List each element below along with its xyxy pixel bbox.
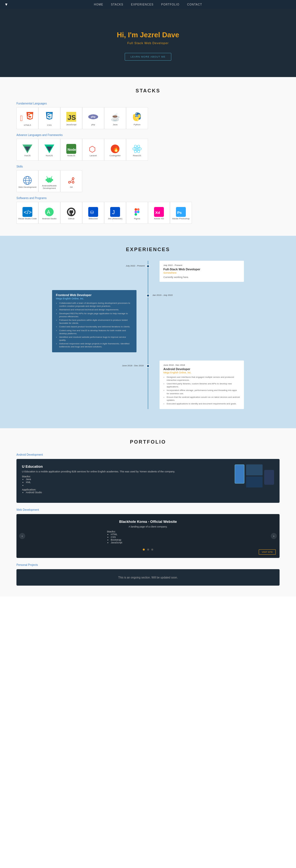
visit-site-button[interactable]: VISIT SITE bbox=[259, 550, 276, 555]
svg-rect-29 bbox=[50, 181, 51, 183]
carousel-dots bbox=[22, 547, 274, 552]
carousel-prev-button[interactable]: ‹ bbox=[19, 533, 25, 539]
portfolio-category-personal: Personal Projects bbox=[17, 563, 279, 566]
svg-rect-26 bbox=[46, 179, 47, 181]
timeline-company-frontend: Mega English Online, Inc. bbox=[56, 297, 133, 300]
stack-adobexd-label: Adobe XD bbox=[154, 217, 164, 220]
stack-grid-skills: Web Development Android/Mobile Developme… bbox=[17, 170, 279, 192]
svg-point-6 bbox=[137, 119, 138, 120]
portfolio-ueducation-content: U Education U Education is a mobile appl… bbox=[22, 464, 229, 497]
nav-contact[interactable]: CONTACT bbox=[187, 3, 202, 6]
svg-text:⬡: ⬡ bbox=[89, 145, 96, 154]
timeline-item-frontend: Frontend Web Developer Mega English Onli… bbox=[52, 290, 244, 352]
timeline-bullet-f2: Maintained and enhanced technical and de… bbox=[59, 308, 133, 311]
experiences-section: EXPERIENCES July 2022 - Present July 202… bbox=[0, 236, 296, 428]
timeline-bullet-f5: Coded web-based product functionality an… bbox=[59, 325, 133, 328]
nav-home[interactable]: HOME bbox=[94, 3, 103, 6]
portfolio-ueducation-stacks: Java XML bbox=[22, 478, 229, 487]
svg-text:🔥: 🔥 bbox=[113, 145, 120, 152]
svg-text:Node: Node bbox=[68, 148, 76, 151]
timeline-card-android: June 2018 - Dec 2018 Android Developer M… bbox=[160, 361, 244, 409]
stack-java-label: Java bbox=[113, 123, 118, 126]
ongoing-text: This is an ongoing section. Will be upda… bbox=[118, 576, 177, 579]
stack-nodejs-label: NodeJS bbox=[67, 154, 75, 157]
portfolio-card-ongoing: This is an ongoing section. Will be upda… bbox=[17, 569, 279, 586]
svg-text:J: J bbox=[112, 209, 115, 215]
portfolio-section: PORTFOLIO Android Development U Educatio… bbox=[0, 428, 296, 596]
timeline-dot-0 bbox=[146, 265, 150, 268]
timeline-bullet-a2: Used third-party libraries, custom libra… bbox=[167, 382, 240, 388]
stack-react-label: ReactJS bbox=[133, 154, 141, 157]
stack-grid-fundamental:  HTML5 CSS JS JavaScript php php ☕ bbox=[17, 107, 279, 129]
experiences-title: EXPERIENCES bbox=[11, 247, 285, 252]
timeline-bullet-a5: Executed applications to identify and do… bbox=[167, 402, 240, 405]
stack-react: ReactJS bbox=[126, 139, 148, 161]
stack-codeigniter-label: Codeigniter bbox=[110, 154, 121, 157]
timeline-bullet-a3: Incorporated offline storage, performanc… bbox=[167, 389, 240, 395]
nodejs-icon: Node bbox=[66, 144, 76, 154]
stack-vscode-label: Visual Studio Code bbox=[18, 217, 37, 220]
learn-more-button[interactable]: LEARN MORE ABOUT ME bbox=[125, 53, 171, 61]
stack-vuejs: VueJS bbox=[17, 139, 38, 161]
timeline-bullet-f6: Coded using Vue and VueJS to develop fea… bbox=[59, 329, 133, 335]
stack-php: php php bbox=[82, 107, 104, 129]
hero-name: Jezrel Dave bbox=[140, 31, 179, 39]
carousel-navigation: ‹ › bbox=[19, 533, 277, 539]
portfolio-ueducation-name: U Education bbox=[22, 464, 229, 469]
nav-stacks[interactable]: STACKS bbox=[111, 3, 123, 6]
stack-python-label: Python bbox=[134, 123, 141, 126]
portfolio-card-blackhole: Blackhole Korea - Official Website A lan… bbox=[17, 514, 279, 558]
jira-icon: J bbox=[110, 207, 120, 217]
hero-heading: Hi, I'm Jezrel Dave bbox=[117, 31, 179, 39]
svg-point-34 bbox=[72, 181, 74, 183]
stack-laravel-label: Laravel bbox=[90, 154, 97, 157]
svg-text:</>: </> bbox=[24, 209, 32, 215]
nav-experiences[interactable]: EXPERIENCES bbox=[131, 3, 154, 6]
svg-rect-44 bbox=[135, 208, 137, 211]
timeline-title-android: Android Developer bbox=[163, 367, 240, 371]
svg-point-33 bbox=[72, 177, 74, 179]
stack-jira-label: Jira (Atlassian) bbox=[108, 217, 123, 220]
svg-point-31 bbox=[50, 179, 51, 179]
stack-androidstudio: A Android Studio bbox=[38, 202, 60, 224]
svg-rect-48 bbox=[135, 213, 137, 216]
bitbucket-icon: ⛁ bbox=[88, 207, 98, 217]
python-icon bbox=[132, 112, 142, 122]
stack-html5-label: HTML5 bbox=[24, 124, 31, 126]
stack-jira: J Jira (Atlassian) bbox=[104, 202, 126, 224]
timeline-title-frontend: Frontend Web Developer bbox=[56, 293, 133, 297]
svg-point-47 bbox=[137, 211, 139, 213]
stacks-title: STACKS bbox=[17, 88, 279, 94]
stack-category-fundamental: Fundamental Languages bbox=[17, 102, 279, 105]
stack-github-label: Github bbox=[68, 217, 74, 220]
stack-webdev-label: Web Development bbox=[19, 186, 36, 188]
portfolio-ueducation-desc: U Education is a mobile application prov… bbox=[22, 470, 229, 473]
stack-js-label: JavaScript bbox=[66, 123, 76, 126]
figma-icon bbox=[132, 207, 142, 217]
timeline-bullet-f3: Developed RESTful APIs for single page a… bbox=[59, 312, 133, 318]
stack-bitbucket: ⛁ Bitbucket bbox=[82, 202, 104, 224]
svg-rect-28 bbox=[48, 181, 49, 183]
timeline-bullet-f1: Collaborated with a team of developers d… bbox=[59, 302, 133, 308]
html5-icon:  bbox=[20, 111, 35, 123]
globe-icon bbox=[23, 176, 32, 186]
nav-portfolio[interactable]: PORTFOLIO bbox=[161, 3, 179, 6]
carousel-dot-2 bbox=[147, 549, 149, 551]
php-icon: php bbox=[88, 112, 98, 122]
stack-nuxtjs-label: NuxtJS bbox=[46, 154, 53, 157]
timeline-item-android: June 2018 - Dec 2018 Android Developer M… bbox=[52, 361, 244, 409]
hero-greeting: Hi, I'm bbox=[117, 31, 140, 39]
svg-rect-45 bbox=[137, 208, 139, 211]
laravel-icon: ⬡ bbox=[88, 144, 98, 154]
portfolio-blackhole-stacks-label: Stacks: bbox=[107, 530, 189, 533]
timeline-bullet-f4: Followed the best practices within Agile… bbox=[59, 318, 133, 324]
svg-point-30 bbox=[48, 179, 48, 179]
svg-point-5 bbox=[136, 113, 137, 114]
android2-icon: A bbox=[44, 207, 54, 217]
timeline-card-frontend: Frontend Web Developer Mega English Onli… bbox=[52, 290, 136, 352]
carousel-next-button[interactable]: › bbox=[271, 533, 277, 539]
stack-adobeps-label: Adobe Photoshop bbox=[172, 217, 190, 220]
stack-adobeps: Ps Adobe Photoshop bbox=[170, 202, 192, 224]
timeline-dot-1 bbox=[146, 294, 150, 297]
svg-rect-42 bbox=[110, 207, 120, 217]
